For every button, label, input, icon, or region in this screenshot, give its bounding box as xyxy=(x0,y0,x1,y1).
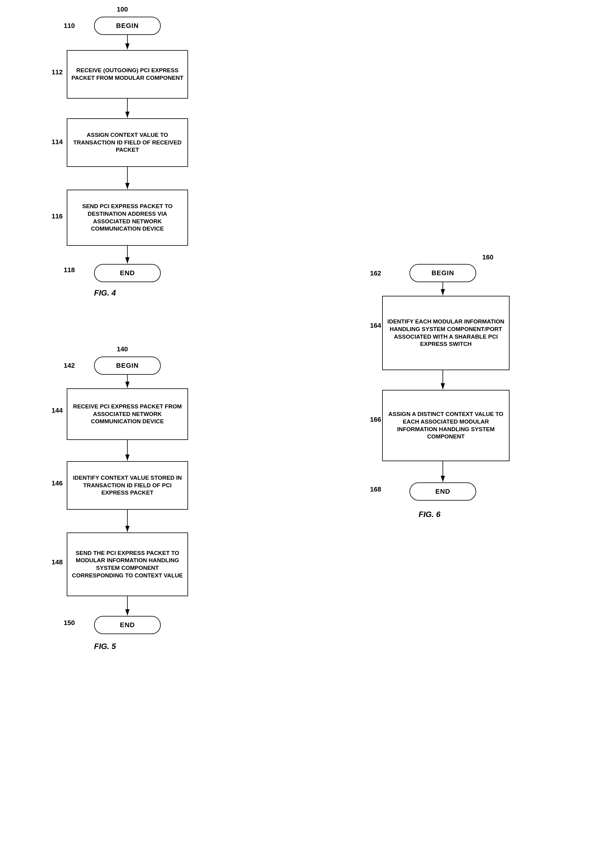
fig5-label: FIG. 5 xyxy=(94,642,116,651)
ref-144: 144 xyxy=(51,407,63,414)
fig5-box2: IDENTIFY CONTEXT VALUE STORED IN TRANSAC… xyxy=(67,461,188,510)
fig6-begin-oval: BEGIN xyxy=(409,264,476,282)
ref-160: 160 xyxy=(482,253,493,261)
ref-118: 118 xyxy=(64,266,75,274)
ref-168: 168 xyxy=(370,485,381,493)
fig4-end-oval: END xyxy=(94,264,161,282)
ref-146: 146 xyxy=(51,479,63,487)
ref-114: 114 xyxy=(51,138,63,146)
fig5-box1: RECEIVE PCI EXPRESS PACKET FROM ASSOCIAT… xyxy=(67,388,188,440)
ref-162: 162 xyxy=(370,269,381,277)
ref-150: 150 xyxy=(64,619,75,627)
fig6-box1: IDENTIFY EACH MODULAR INFORMATION HANDLI… xyxy=(382,296,509,370)
fig6-label: FIG. 6 xyxy=(418,510,440,519)
ref-166: 166 xyxy=(370,416,381,423)
fig4-label: FIG. 4 xyxy=(94,288,116,298)
fig4-box1: RECEIVE (OUTGOING) PCI EXPRESS PACKET FR… xyxy=(67,50,188,98)
fig5-end-oval: END xyxy=(94,616,161,634)
ref-110: 110 xyxy=(64,22,75,30)
fig5-box3: SEND THE PCI EXPRESS PACKET TO MODULAR I… xyxy=(67,532,188,596)
ref-140: 140 xyxy=(117,345,128,353)
ref-112: 112 xyxy=(51,68,63,76)
ref-164: 164 xyxy=(370,322,381,329)
ref-100: 100 xyxy=(117,6,128,13)
diagram-container: 100 BEGIN 110 RECEIVE (OUTGOING) PCI EXP… xyxy=(0,0,616,845)
ref-142: 142 xyxy=(64,362,75,370)
fig4-begin-oval: BEGIN xyxy=(94,17,161,35)
fig6-box2: ASSIGN A DISTINCT CONTEXT VALUE TO EACH … xyxy=(382,390,509,461)
ref-148: 148 xyxy=(51,558,63,566)
fig4-box2: ASSIGN CONTEXT VALUE TO TRANSACTION ID F… xyxy=(67,118,188,167)
fig5-begin-oval: BEGIN xyxy=(94,357,161,375)
fig6-end-oval: END xyxy=(409,482,476,501)
fig4-box3: SEND PCI EXPRESS PACKET TO DESTINATION A… xyxy=(67,190,188,246)
ref-116: 116 xyxy=(51,212,63,220)
